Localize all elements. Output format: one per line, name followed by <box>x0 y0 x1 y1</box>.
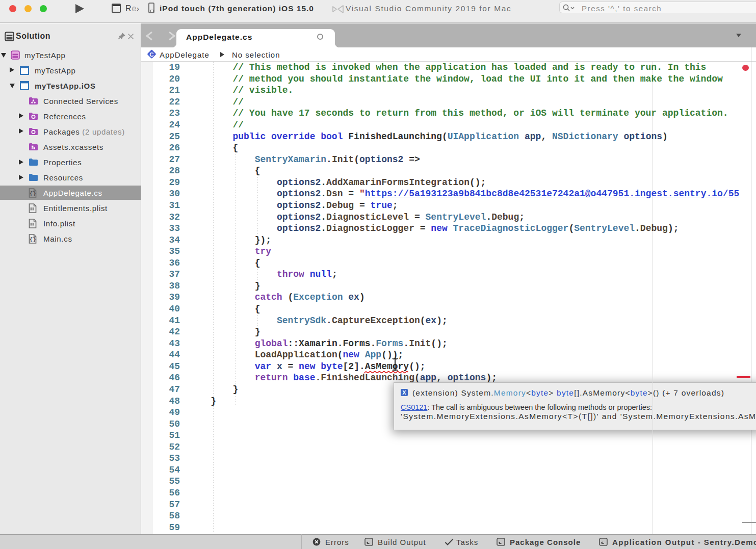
svg-text:{}: {} <box>30 191 36 197</box>
svg-text:{}: {} <box>30 237 36 243</box>
svg-text:C: C <box>149 51 153 58</box>
